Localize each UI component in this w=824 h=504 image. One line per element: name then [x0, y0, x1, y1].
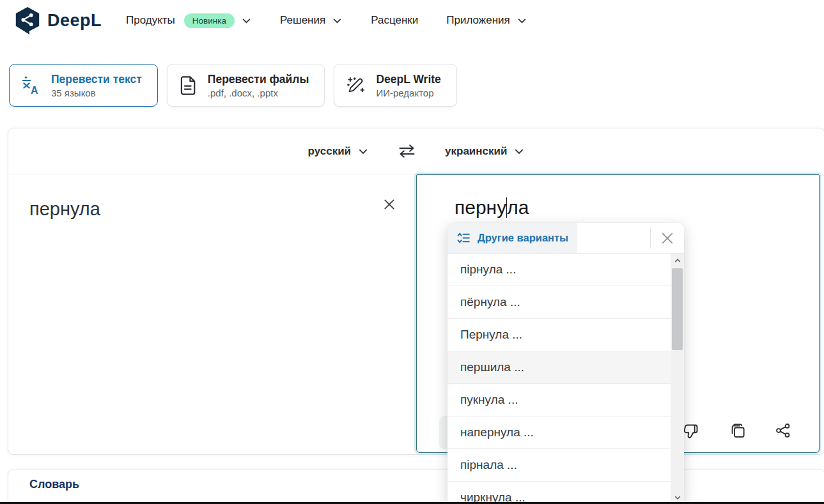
tab-subtitle: .pdf, .docx, .pptx — [208, 88, 309, 98]
deepl-logo[interactable]: DeepL — [13, 6, 102, 35]
chevron-down-icon — [517, 15, 527, 26]
alternative-item[interactable]: пірнула ... — [447, 254, 671, 286]
alternative-item[interactable]: Пернула ... — [447, 319, 671, 351]
alternatives-tab[interactable]: Другие варианты — [447, 223, 577, 253]
chevron-down-icon — [241, 15, 252, 26]
alternatives-list: пірнула ... пёрнула ... Пернула ... перш… — [447, 254, 671, 504]
source-language-label: русский — [308, 145, 352, 158]
alternatives-title: Другие варианты — [478, 232, 568, 244]
target-language-selector[interactable]: украинский — [445, 145, 525, 158]
target-text-segment: ла — [507, 197, 529, 218]
source-text[interactable]: пернула — [29, 199, 100, 220]
tab-subtitle: ИИ-редактор — [376, 88, 440, 98]
nav-item-apps[interactable]: Приложения — [446, 14, 527, 27]
top-navigation: DeepL Продукты Новинка Решения Расценки … — [0, 0, 824, 41]
header-spacer — [577, 223, 650, 253]
translate-icon: A — [21, 75, 42, 96]
target-language-label: украинский — [445, 145, 507, 158]
deepl-translator-page: DeepL Продукты Новинка Решения Расценки … — [0, 0, 824, 504]
language-bar: русский украинский — [8, 128, 824, 174]
deepl-logo-icon — [13, 6, 42, 35]
nav-item-label: Приложения — [446, 14, 509, 27]
source-text-area[interactable]: пернула — [8, 174, 416, 454]
result-actions — [682, 422, 792, 439]
nav-item-pricing[interactable]: Расценки — [371, 14, 418, 27]
translator-panel: русский украинский пернула — [8, 128, 824, 455]
tab-translate-text[interactable]: A Перевести текст 35 языков — [9, 64, 158, 107]
chevron-down-icon — [357, 146, 369, 157]
product-tabs: A Перевести текст 35 языков Перевести фа… — [9, 64, 457, 107]
alternative-item[interactable]: напернула ... — [447, 416, 671, 449]
target-text[interactable]: пернула — [455, 197, 529, 219]
tab-title: Перевести файлы — [208, 73, 309, 86]
clear-source-button[interactable] — [381, 196, 398, 213]
nav-item-products[interactable]: Продукты Новинка — [126, 13, 252, 28]
nav-item-label: Решения — [280, 14, 325, 27]
popup-scrollbar[interactable] — [671, 254, 684, 504]
tab-title: Перевести текст — [51, 73, 142, 86]
alternatives-header: Другие варианты — [447, 223, 684, 254]
share-icon[interactable] — [774, 422, 792, 439]
dictionary-section[interactable]: Словарь — [8, 469, 824, 504]
swap-languages-icon[interactable] — [398, 144, 416, 158]
chevron-down-icon — [332, 15, 343, 26]
alternative-item[interactable]: пёрнула ... — [447, 286, 671, 319]
nav-item-label: Продукты — [126, 14, 175, 27]
tab-subtitle: 35 языков — [51, 88, 142, 98]
tab-deepl-write[interactable]: DeepL Write ИИ-редактор — [334, 64, 456, 107]
alternative-item-highlighted[interactable]: першила ... — [447, 351, 671, 384]
alternative-item[interactable]: пукнула ... — [447, 384, 671, 416]
scrollbar-thumb[interactable] — [672, 268, 683, 350]
dictionary-title: Словарь — [29, 478, 79, 491]
deepl-wordmark: DeepL — [47, 11, 102, 31]
alternatives-popup: Другие варианты пірнула ... пёрнула ... … — [447, 223, 684, 504]
text-caret — [506, 197, 507, 218]
svg-text:A: A — [31, 84, 38, 95]
list-with-arrows-icon — [457, 231, 470, 245]
chevron-down-icon — [513, 146, 525, 157]
copy-icon[interactable] — [728, 422, 746, 439]
tab-translate-files[interactable]: Перевести файлы .pdf, .docx, .pptx — [167, 64, 325, 107]
alternative-item[interactable]: чиркнула ... — [447, 482, 671, 504]
nav-item-label: Расценки — [371, 14, 418, 27]
chevron-up-icon[interactable] — [671, 255, 684, 266]
write-sparkle-icon — [346, 75, 366, 96]
alternative-item[interactable]: пірнала ... — [447, 449, 671, 482]
thumbs-down-icon[interactable] — [682, 422, 700, 439]
document-icon — [179, 75, 198, 96]
tab-title: DeepL Write — [376, 73, 440, 86]
close-popup-button[interactable] — [651, 223, 684, 253]
nav-item-solutions[interactable]: Решения — [280, 14, 343, 27]
source-language-selector[interactable]: русский — [308, 145, 369, 158]
nav-menu: Продукты Новинка Решения Расценки Прилож… — [126, 13, 527, 28]
new-badge: Новинка — [184, 13, 235, 28]
target-text-segment: перну — [455, 197, 506, 218]
